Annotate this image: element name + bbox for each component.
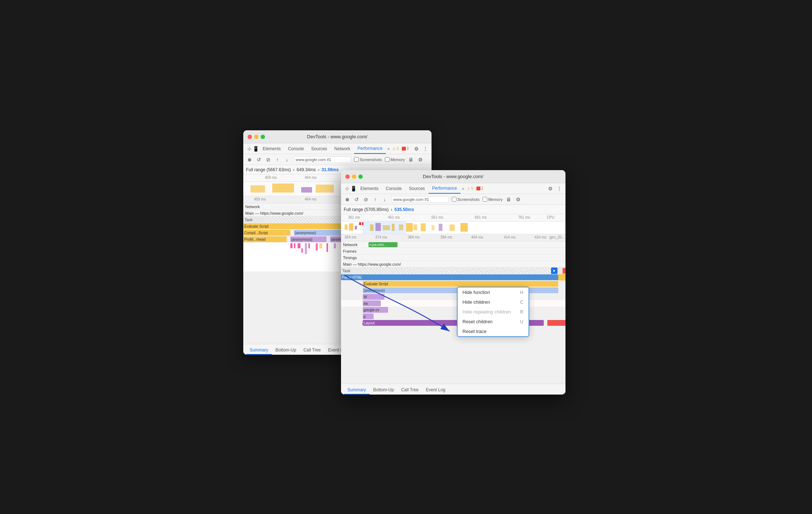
context-hide-children[interactable]: Hide children C <box>458 297 529 307</box>
tab-more-back[interactable]: » <box>386 145 391 152</box>
cpu-label-front: CPU <box>547 215 554 219</box>
main-section-front: Main — https://www.google.com/ <box>341 261 565 267</box>
more-icon-back[interactable]: ⋮ <box>422 146 429 152</box>
highlight-btn-front[interactable]: ▼ <box>551 267 558 274</box>
download-icon-front[interactable]: ↓ <box>382 196 388 203</box>
maximize-button-back[interactable] <box>261 135 265 139</box>
inspect-icon-front[interactable]: ⊹ <box>344 185 350 192</box>
tab-sources-back[interactable]: Sources <box>308 143 331 154</box>
settings-icon-back[interactable]: ⚙ <box>413 146 420 152</box>
inspect-icon[interactable]: ⊹ <box>246 146 253 152</box>
capture-icon-back[interactable]: 🖥 <box>408 156 414 163</box>
ea-bar-front[interactable]: ea <box>363 300 381 306</box>
svg-rect-8 <box>290 243 293 248</box>
context-reset-trace[interactable]: Reset trace <box>458 326 529 336</box>
parse-html-bar-front[interactable]: Parse HTML <box>341 274 558 280</box>
tab-bottomup-back[interactable]: Bottom-Up <box>272 346 300 355</box>
svg-rect-37 <box>413 224 417 230</box>
tab-eventlog-front[interactable]: Event Log <box>422 386 449 395</box>
tab-calltree-back[interactable]: Call Tree <box>300 346 324 355</box>
minimize-button-back[interactable] <box>254 135 258 139</box>
record-icon-front[interactable]: ⏺ <box>344 196 350 203</box>
task-red-front <box>563 268 565 274</box>
memory-checkbox-front[interactable]: Memory <box>483 197 503 202</box>
tab-console-back[interactable]: Console <box>285 143 308 154</box>
tick-b2: 464 ms <box>305 197 317 201</box>
context-hide-repeating: Hide repeating children R <box>458 307 529 317</box>
timings-section-front: Timings <box>341 254 565 261</box>
tab-network-back[interactable]: Network <box>331 143 354 154</box>
recording-bar-front: ⏺ ↺ ⊘ ↑ ↓ www.google.com #1 Screenshots … <box>341 194 565 205</box>
record-icon-back[interactable]: ⏺ <box>246 156 253 163</box>
reload-icon-back[interactable]: ↺ <box>256 156 262 163</box>
anon2-bar-back[interactable]: (anonymous) <box>290 236 327 242</box>
svg-rect-0 <box>251 185 265 193</box>
reload-icon-front[interactable]: ↺ <box>353 196 360 203</box>
clear-icon-front[interactable]: ⊘ <box>363 196 369 203</box>
settings2-icon-front[interactable]: ⚙ <box>515 196 521 203</box>
screenshots-checkbox-front[interactable]: Screenshots <box>452 197 480 202</box>
window-title-front: DevTools - www.google.com/ <box>423 174 483 179</box>
close-button-back[interactable] <box>248 135 252 139</box>
svg-rect-15 <box>319 243 322 248</box>
more-icon-front[interactable]: ⋮ <box>556 185 563 192</box>
upload-icon-front[interactable]: ↑ <box>372 196 379 203</box>
svg-rect-28 <box>359 222 361 225</box>
overview-area-front: 361 ms 461 ms 561 ms 661 ms 761 ms CPU <box>341 214 565 234</box>
url-box-front[interactable]: www.google.com #1 <box>391 196 449 203</box>
clear-icon-back[interactable]: ⊘ <box>265 156 272 163</box>
url-box-back[interactable]: www.google.com #1 <box>293 156 351 163</box>
tab-bottomup-front[interactable]: Bottom-Up <box>370 386 397 395</box>
memory-checkbox-back[interactable]: Memory <box>385 157 405 162</box>
svg-rect-13 <box>308 243 310 248</box>
context-menu-front: Hide function H Hide children C Hide rep… <box>457 287 529 337</box>
device-icon[interactable]: 📱 <box>253 146 259 152</box>
frames-label-front: Frames <box>343 249 357 253</box>
svg-rect-17 <box>334 243 336 248</box>
tab-bar-front: ⊹ 📱 Elements Console Sources Performance… <box>341 183 565 194</box>
tick-f4: 661 ms <box>475 215 487 219</box>
tick-f5: 761 ms <box>518 215 530 219</box>
evaluate-script-bar-front[interactable]: Evaluate Script <box>363 281 558 287</box>
tab-performance-front[interactable]: Performance <box>429 183 461 194</box>
context-hide-function[interactable]: Hide function H <box>458 287 529 297</box>
capture-icon-front[interactable]: 🖥 <box>505 196 512 203</box>
google-cv-bar-front[interactable]: google.cv <box>363 307 388 313</box>
tab-elements-front[interactable]: Elements <box>357 183 382 194</box>
window-title-back: DevTools - www.google.com/ <box>307 134 367 139</box>
svg-rect-2 <box>301 187 312 193</box>
tick-f2-5: 404 ms <box>471 235 483 239</box>
minimize-button-front[interactable] <box>352 174 356 179</box>
p-row-front: p <box>341 313 565 320</box>
tab-more-front[interactable]: » <box>460 185 466 192</box>
tab-console-front[interactable]: Console <box>382 183 405 194</box>
tab-summary-back[interactable]: Summary <box>246 346 272 355</box>
ea-row-front: ea <box>341 300 565 307</box>
settings-icon-front[interactable]: ⚙ <box>547 185 554 192</box>
compile-bar-back[interactable]: Compil...Script <box>243 230 290 236</box>
device-icon-front[interactable]: 📱 <box>350 185 357 192</box>
profiler-bar-back[interactable]: Profili...rhead <box>243 236 287 242</box>
google-cv-row-front: google.cv <box>341 307 565 313</box>
tab-elements-back[interactable]: Elements <box>259 143 285 154</box>
context-reset-children[interactable]: Reset children U <box>458 317 529 326</box>
w-bar-front[interactable]: W <box>363 294 384 300</box>
tab-summary-front[interactable]: Summary <box>344 386 370 395</box>
settings2-icon-back[interactable]: ⚙ <box>417 156 424 163</box>
maximize-button-front[interactable] <box>358 174 363 179</box>
svg-rect-36 <box>363 222 406 234</box>
layout-row-front: Layout <box>341 320 565 326</box>
tick-f2-4: 394 ms <box>441 235 453 239</box>
screenshots-checkbox-back[interactable]: Screenshots <box>354 157 382 162</box>
svg-rect-12 <box>305 243 307 254</box>
tab-performance-back[interactable]: Performance <box>354 143 386 154</box>
tick-b1: 459 ms <box>254 197 266 201</box>
upload-icon-back[interactable]: ↑ <box>274 156 281 163</box>
svg-rect-27 <box>355 226 357 229</box>
download-icon-back[interactable]: ↓ <box>284 156 290 163</box>
close-button-front[interactable] <box>345 174 350 179</box>
tab-sources-front[interactable]: Sources <box>405 183 429 194</box>
p-bar-front[interactable]: p <box>363 313 374 319</box>
svg-rect-38 <box>421 223 426 231</box>
tab-calltree-front[interactable]: Call Tree <box>397 386 422 395</box>
